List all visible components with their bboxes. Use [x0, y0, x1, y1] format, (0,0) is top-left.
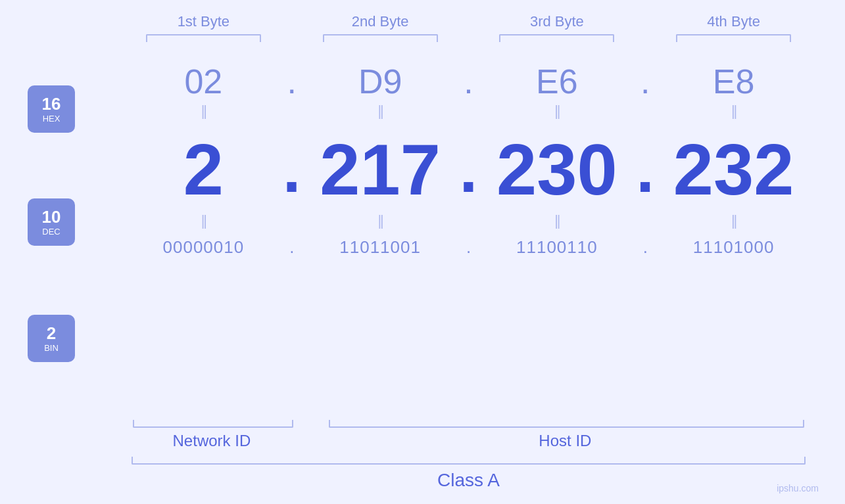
byte4-label: 4th Byte: [707, 13, 760, 30]
bin-dot-3: .: [629, 237, 662, 258]
network-bracket: [133, 420, 293, 428]
bin-cell-2: 11011001: [308, 237, 452, 258]
bracket-top-3: [499, 34, 614, 42]
hex-row: 02 . D9 . E6 . E8: [132, 62, 806, 101]
bin-val-1: 00000010: [163, 237, 245, 258]
bin-val-4: 11101000: [693, 237, 775, 258]
hex-dot-1: .: [276, 62, 308, 101]
bin-cell-3: 11100110: [485, 237, 629, 258]
dec-cell-1: 2: [132, 127, 276, 211]
bracket-top-2: [323, 34, 438, 42]
class-label: Class A: [132, 470, 806, 491]
equals-row-1: || || || ||: [132, 104, 806, 118]
dec-cell-3: 230: [485, 127, 629, 211]
hex-badge-num: 16: [42, 95, 61, 114]
bin-badge: 2 BIN: [28, 315, 75, 362]
dec-val-3: 230: [496, 127, 617, 211]
hex-badge-label: HEX: [43, 114, 60, 124]
id-labels-row: Network ID Host ID: [132, 432, 806, 450]
host-bracket: [329, 420, 804, 428]
dec-badge: 10 DEC: [28, 198, 75, 246]
bin-val-2: 11011001: [339, 237, 421, 258]
hex-val-2: D9: [358, 62, 402, 101]
byte-col-1: 1st Byte: [132, 13, 276, 42]
bracket-top-1: [146, 34, 261, 42]
dec-row: 2 . 217 . 230 . 232: [132, 127, 806, 211]
class-bracket: [132, 457, 806, 465]
network-id-label: Network ID: [132, 432, 292, 450]
bracket-bottom-row: [132, 420, 806, 428]
rows-area: 02 . D9 . E6 . E8 || ||: [39, 42, 806, 417]
dec-cell-4: 232: [662, 127, 806, 211]
watermark: ipshu.com: [777, 483, 819, 493]
class-section: Class A: [39, 457, 806, 491]
hex-cell-1: 02: [132, 62, 276, 101]
dec-cell-2: 217: [308, 127, 452, 211]
hex-val-4: E8: [713, 62, 755, 101]
bin-cell-4: 11101000: [662, 237, 806, 258]
hex-cell-4: E8: [662, 62, 806, 101]
bin-cell-1: 00000010: [132, 237, 276, 258]
byte2-label: 2nd Byte: [352, 13, 409, 30]
dec-badge-num: 10: [42, 208, 61, 227]
hex-dot-3: .: [629, 62, 662, 101]
bin-badge-label: BIN: [44, 343, 59, 353]
dec-dot-1: .: [276, 131, 308, 207]
bin-dot-2: .: [452, 237, 485, 258]
bracket-top-4: [676, 34, 791, 42]
hex-badge: 16 HEX: [28, 85, 75, 133]
hex-dot-2: .: [452, 62, 485, 101]
hex-val-3: E6: [536, 62, 578, 101]
bin-row: 00000010 . 11011001 . 11100110 . 1110100…: [132, 237, 806, 258]
bin-dot-1: .: [276, 237, 308, 258]
byte-headers: 1st Byte 2nd Byte 3rd Byte 4th Byte: [39, 13, 806, 42]
byte-col-2: 2nd Byte: [308, 13, 452, 42]
host-id-label: Host ID: [325, 432, 806, 450]
dec-dot-2: .: [452, 131, 485, 207]
bin-val-3: 11100110: [516, 237, 598, 258]
base-badges: 16 HEX 10 DEC 2 BIN: [28, 85, 75, 362]
byte-col-4: 4th Byte: [662, 13, 806, 42]
hex-cell-2: D9: [308, 62, 452, 101]
byte3-label: 3rd Byte: [530, 13, 584, 30]
dec-dot-3: .: [629, 131, 662, 207]
byte-col-3: 3rd Byte: [485, 13, 629, 42]
dec-badge-label: DEC: [42, 227, 60, 237]
dec-val-1: 2: [183, 127, 224, 211]
bin-badge-num: 2: [47, 324, 56, 343]
dec-val-4: 232: [673, 127, 794, 211]
byte1-label: 1st Byte: [178, 13, 229, 30]
hex-cell-3: E6: [485, 62, 629, 101]
main-container: 1st Byte 2nd Byte 3rd Byte 4th Byte 16 H…: [0, 0, 845, 504]
hex-val-1: 02: [184, 62, 222, 101]
bottom-section: Network ID Host ID: [39, 420, 806, 450]
dec-val-2: 217: [320, 127, 441, 211]
equals-row-2: || || || ||: [132, 214, 806, 228]
